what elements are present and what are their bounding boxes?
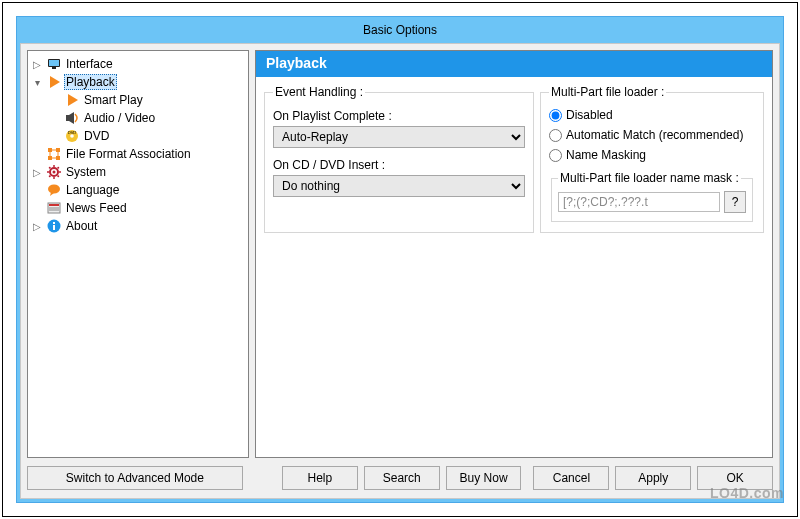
radio-label: Disabled <box>566 108 613 122</box>
cd-insert-label: On CD / DVD Insert : <box>273 158 525 172</box>
multipart-option-automatic-match-recommended[interactable]: Automatic Match (recommended) <box>549 125 755 145</box>
mask-help-button[interactable]: ? <box>724 191 746 213</box>
radio-label: Name Masking <box>566 148 646 162</box>
grid-icon <box>46 146 62 162</box>
radio-input[interactable] <box>549 129 562 142</box>
tree-item-label: Audio / Video <box>82 111 157 125</box>
tree-item-label: System <box>64 165 108 179</box>
tree-expander-icon[interactable]: ▾ <box>32 77 42 88</box>
svg-rect-13 <box>56 156 60 160</box>
group-multipart-legend: Multi-Part file loader : <box>549 85 666 99</box>
switch-mode-button[interactable]: Switch to Advanced Mode <box>27 466 243 490</box>
tree-item-language[interactable]: Language <box>30 181 246 199</box>
settings-panel: Playback Event Handling : On Playlist Co… <box>255 50 773 458</box>
svg-text:DVD: DVD <box>68 130 77 135</box>
svg-point-25 <box>49 167 51 169</box>
multipart-option-name-masking[interactable]: Name Masking <box>549 145 755 165</box>
svg-rect-11 <box>56 148 60 152</box>
group-multipart: Multi-Part file loader : DisabledAutomat… <box>540 85 764 233</box>
svg-point-22 <box>53 177 55 179</box>
svg-rect-10 <box>48 148 52 152</box>
disc-icon: DVD <box>64 128 80 144</box>
info-icon <box>46 218 62 234</box>
cd-insert-select[interactable]: Do nothing <box>273 175 525 197</box>
tree-expander-icon[interactable]: ▷ <box>32 167 42 178</box>
group-event-handling: Event Handling : On Playlist Complete : … <box>264 85 534 233</box>
client-area: ▷Interface▾PlaybackSmart PlayAudio / Vid… <box>20 43 780 499</box>
radio-input[interactable] <box>549 109 562 122</box>
play-icon <box>64 92 80 108</box>
gear-icon <box>46 164 62 180</box>
panel-body: Event Handling : On Playlist Complete : … <box>256 77 772 237</box>
tree-item-label: Interface <box>64 57 115 71</box>
tree-item-system[interactable]: ▷System <box>30 163 246 181</box>
tree-item-dvd[interactable]: DVDDVD <box>30 127 246 145</box>
tree-item-label: DVD <box>82 129 111 143</box>
group-mask-legend: Multi-Part file loader name mask : <box>558 171 741 185</box>
svg-point-28 <box>48 185 60 194</box>
playlist-complete-select[interactable]: Auto-Replay <box>273 126 525 148</box>
svg-point-27 <box>57 167 59 169</box>
monitor-icon <box>46 56 62 72</box>
tree-item-playback[interactable]: ▾Playback <box>30 73 246 91</box>
svg-point-23 <box>49 175 51 177</box>
button-bar: Switch to Advanced Mode Help Search Buy … <box>27 464 773 490</box>
search-button[interactable]: Search <box>364 466 440 490</box>
category-tree[interactable]: ▷Interface▾PlaybackSmart PlayAudio / Vid… <box>27 50 249 458</box>
radio-label: Automatic Match (recommended) <box>566 128 743 142</box>
svg-point-19 <box>53 171 56 174</box>
tree-item-smart-play[interactable]: Smart Play <box>30 91 246 109</box>
cancel-button[interactable]: Cancel <box>533 466 609 490</box>
tree-item-label: About <box>64 219 99 233</box>
mask-row: ? <box>558 191 746 213</box>
panel-title: Playback <box>256 51 772 77</box>
tree-expander-icon[interactable]: ▷ <box>32 221 42 232</box>
window-chrome: Basic Options ▷Interface▾PlaybackSmart P… <box>16 16 784 503</box>
ok-button[interactable]: OK <box>697 466 773 490</box>
svg-rect-2 <box>52 67 56 69</box>
svg-point-20 <box>59 171 61 173</box>
buynow-button[interactable]: Buy Now <box>446 466 522 490</box>
main-grid: ▷Interface▾PlaybackSmart PlayAudio / Vid… <box>27 50 773 458</box>
mask-input[interactable] <box>558 192 720 212</box>
svg-rect-5 <box>66 115 69 121</box>
svg-marker-4 <box>68 94 78 106</box>
tree-item-audio-video[interactable]: Audio / Video <box>30 109 246 127</box>
tree-expander-icon[interactable]: ▷ <box>32 59 42 70</box>
window-titlebar: Basic Options <box>17 17 783 43</box>
svg-marker-3 <box>50 76 60 88</box>
group-mask: Multi-Part file loader name mask : ? <box>551 171 753 222</box>
bubble-icon <box>46 182 62 198</box>
svg-rect-35 <box>53 225 55 230</box>
play-icon <box>46 74 62 90</box>
svg-point-26 <box>53 165 55 167</box>
help-button[interactable]: Help <box>282 466 358 490</box>
svg-rect-36 <box>53 222 55 224</box>
tree-item-file-format-association[interactable]: File Format Association <box>30 145 246 163</box>
svg-rect-1 <box>49 60 59 66</box>
svg-point-21 <box>57 175 59 177</box>
options-dialog: Basic Options ▷Interface▾PlaybackSmart P… <box>2 2 798 517</box>
svg-point-24 <box>47 171 49 173</box>
tree-item-label: Playback <box>64 74 117 90</box>
group-event-handling-legend: Event Handling : <box>273 85 365 99</box>
tree-item-about[interactable]: ▷About <box>30 217 246 235</box>
tree-item-label: Smart Play <box>82 93 145 107</box>
tree-item-news-feed[interactable]: News Feed <box>30 199 246 217</box>
svg-marker-6 <box>69 112 74 124</box>
playlist-complete-label: On Playlist Complete : <box>273 109 525 123</box>
multipart-option-disabled[interactable]: Disabled <box>549 105 755 125</box>
tree-item-interface[interactable]: ▷Interface <box>30 55 246 73</box>
svg-rect-12 <box>48 156 52 160</box>
window-title: Basic Options <box>363 23 437 37</box>
apply-button[interactable]: Apply <box>615 466 691 490</box>
news-icon <box>46 200 62 216</box>
audio-icon <box>64 110 80 126</box>
radio-input[interactable] <box>549 149 562 162</box>
tree-item-label: News Feed <box>64 201 129 215</box>
svg-rect-31 <box>49 204 59 206</box>
tree-item-label: File Format Association <box>64 147 193 161</box>
tree-item-label: Language <box>64 183 121 197</box>
